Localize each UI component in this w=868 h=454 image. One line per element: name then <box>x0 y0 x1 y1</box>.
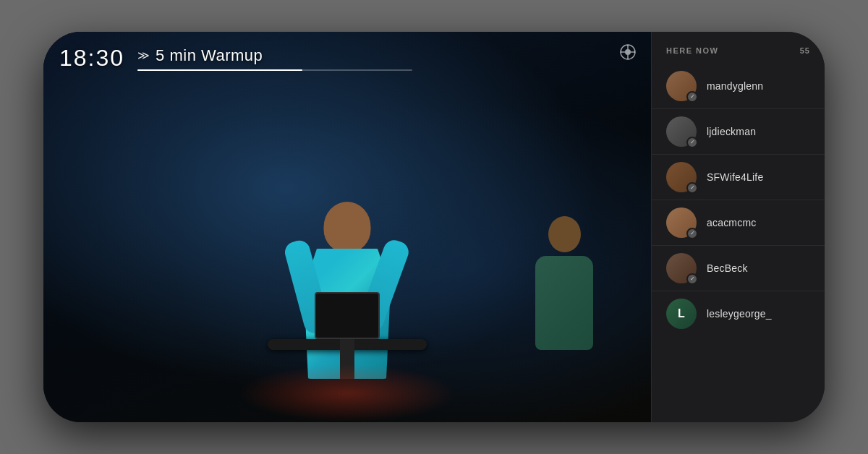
username-label: mandyglenn <box>707 80 763 92</box>
username-label: acacmcmc <box>707 217 757 228</box>
right-panel: HERE NOW 55 mandyglennljdieckmanSFWife4L… <box>651 32 825 422</box>
bike-screen <box>315 292 380 339</box>
user-item[interactable]: mandyglenn <box>652 64 825 109</box>
hud-overlay: 18:30 ≫ 5 min Warmup <box>43 32 651 72</box>
avatar-image: L <box>666 299 697 329</box>
phone-frame: 18:30 ≫ 5 min Warmup <box>43 32 825 422</box>
avatar <box>666 207 697 238</box>
floor-light <box>239 364 456 422</box>
avatar <box>666 116 697 147</box>
warmup-section: ≫ 5 min Warmup <box>137 46 412 71</box>
bg-person-head <box>548 216 581 252</box>
username-label: SFWife4Life <box>707 171 763 183</box>
warmup-header: ≫ 5 min Warmup <box>137 46 412 65</box>
check-badge <box>686 273 698 285</box>
avatar <box>666 253 697 283</box>
progress-bar-container <box>137 69 412 71</box>
here-now-label: HERE NOW <box>666 46 719 55</box>
here-now-count: 55 <box>800 46 810 55</box>
avatar: L <box>666 299 697 329</box>
avatar <box>666 71 697 101</box>
username-label: BecBeck <box>707 262 748 274</box>
progress-bar-fill <box>137 69 302 71</box>
check-badge <box>686 228 698 239</box>
username-label: lesleygeorge_ <box>707 308 772 320</box>
video-content <box>43 32 651 422</box>
avatar <box>666 162 697 192</box>
here-now-header: HERE NOW 55 <box>652 32 825 64</box>
user-item[interactable]: BecBeck <box>652 246 825 291</box>
avatar-letter: L <box>678 307 685 320</box>
check-badge <box>686 137 698 148</box>
user-item[interactable]: SFWife4Life <box>652 155 825 200</box>
check-badge <box>686 91 698 103</box>
user-item[interactable]: acacmcmc <box>652 200 825 246</box>
warmup-chevron-icon: ≫ <box>137 48 150 62</box>
user-item[interactable]: Llesleygeorge_ <box>652 291 825 336</box>
peloton-icon <box>619 43 637 65</box>
timer-display: 18:30 <box>59 45 124 72</box>
hud-top: 18:30 ≫ 5 min Warmup <box>59 45 635 72</box>
bg-person-torso <box>535 256 593 350</box>
user-list: mandyglennljdieckmanSFWife4LifeacacmcmcB… <box>652 64 825 422</box>
svg-point-1 <box>625 49 631 55</box>
background-person <box>535 220 593 350</box>
instructor-head <box>324 202 371 252</box>
username-label: ljdieckman <box>707 126 756 137</box>
check-badge <box>686 182 698 194</box>
user-item[interactable]: ljdieckman <box>652 109 825 155</box>
video-panel: 18:30 ≫ 5 min Warmup <box>43 32 651 422</box>
warmup-label: 5 min Warmup <box>156 46 263 65</box>
